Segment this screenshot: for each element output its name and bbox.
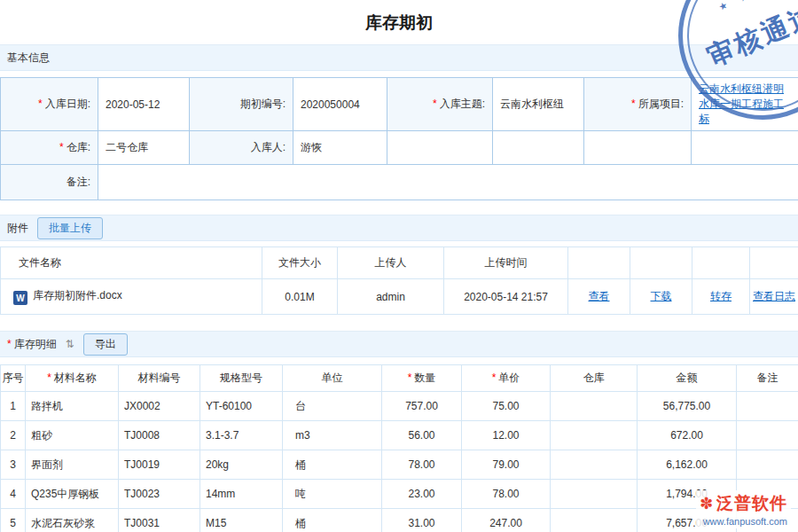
header-price: *单价: [462, 365, 551, 392]
field-value-ruku-person: 游恢: [293, 131, 387, 165]
cell-warehouse: [551, 392, 638, 421]
cell-spec: M15: [200, 509, 283, 532]
cell-material-code: TJ0031: [119, 509, 200, 532]
details-header-row: 序号 *材料名称 材料编号 规格型号 单位 *数量 *单价 仓库 金额 备注: [1, 365, 798, 392]
view-link[interactable]: 查看: [589, 290, 610, 302]
header-material-code: 材料编号: [119, 365, 200, 392]
word-file-icon: W: [13, 291, 27, 305]
cell-price: 79.00: [462, 450, 551, 480]
header-remark: 备注: [737, 365, 798, 392]
header-uploader: 上传人: [338, 247, 444, 279]
required-marker: *: [59, 141, 64, 153]
batch-upload-button[interactable]: 批量上传: [37, 217, 103, 239]
cell-spec: 3.1-3.7: [200, 421, 283, 450]
header-spec: 规格型号: [200, 365, 283, 392]
cell-remark: [737, 392, 798, 421]
header-action-empty: [692, 247, 750, 279]
table-row: 1 路拌机 JX0002 YT-60100 台 757.00 75.00 56,…: [1, 392, 798, 421]
cell-material-code: TJ0019: [119, 450, 200, 480]
table-row: 3 界面剂 TJ0019 20kg 桶 78.00 79.00 6,162.00: [1, 450, 798, 480]
form-row: 备注:: [1, 165, 798, 200]
cell-material-code: TJ0008: [119, 421, 200, 450]
header-qty: *数量: [382, 365, 462, 392]
cell-action: 查看日志: [750, 279, 798, 315]
brand-footer: ✽ 泛普软件 www.fanpusoft.com: [696, 490, 791, 528]
cell-remark: [737, 421, 798, 450]
cell-unit: 桶: [283, 509, 382, 532]
cell-seq: 1: [1, 392, 26, 421]
table-row: 5 水泥石灰砂浆 TJ0031 M15 桶 31.00 247.00 7,657…: [1, 509, 798, 532]
project-link[interactable]: 云南水利枢纽潜明水库一期工程施工标: [699, 82, 784, 125]
header-action-empty: [568, 247, 630, 279]
cell-price: 78.00: [462, 480, 551, 509]
cell-material-name: 水泥石灰砂浆: [26, 509, 119, 532]
cell-qty: 757.00: [382, 392, 462, 421]
brand-url: www.fanpusoft.com: [700, 516, 787, 527]
cell-material-name: 路拌机: [26, 392, 119, 421]
cell-material-name: 粗砂: [26, 421, 119, 450]
cell-remark: [737, 450, 798, 480]
cell-qty: 23.00: [382, 480, 462, 509]
label-text: 入库日期:: [45, 98, 90, 110]
cell-material-code: TJ0023: [119, 480, 200, 509]
label-text: 入库人:: [251, 141, 286, 153]
cell-spec: YT-60100: [200, 392, 283, 421]
empty-cell: [387, 131, 493, 165]
field-label-ruku-date: *入库日期:: [1, 78, 98, 131]
fanpu-logo-icon: ✽: [700, 494, 713, 513]
empty-cell: [692, 131, 798, 165]
cell-amount: 56,775.00: [638, 392, 737, 421]
field-value-qichu-no: 2020050004: [293, 78, 387, 131]
cell-qty: 78.00: [382, 450, 462, 480]
header-file-name: 文件名称: [1, 247, 262, 279]
cell-unit: 桶: [283, 450, 382, 480]
label-text: 所属项目:: [638, 98, 684, 110]
header-seq: 序号: [1, 365, 26, 392]
basic-info-table: *入库日期: 2020-05-12 期初编号: 2020050004 *入库主题…: [0, 77, 798, 200]
required-marker: *: [408, 372, 412, 384]
cell-action: 查看: [568, 279, 630, 315]
field-value-project: 云南水利枢纽潜明水库一期工程施工标: [692, 78, 798, 131]
sort-icon[interactable]: ⇅: [66, 338, 74, 350]
required-marker: *: [631, 98, 636, 110]
section-title-text: 库存明细: [14, 338, 57, 350]
cell-upload-time: 2020-05-14 21:57: [444, 279, 568, 315]
header-material-name: *材料名称: [26, 365, 119, 392]
cell-action: 下载: [630, 279, 692, 315]
required-marker: *: [492, 372, 497, 384]
label-text: 入库主题:: [440, 98, 485, 110]
cell-warehouse: [551, 421, 638, 450]
header-text: 材料名称: [54, 372, 97, 384]
header-warehouse: 仓库: [551, 365, 638, 392]
header-action-empty: [630, 247, 692, 279]
header-upload-time: 上传时间: [444, 247, 568, 279]
attachment-row: W库存期初附件.docx 0.01M admin 2020-05-14 21:5…: [1, 279, 798, 315]
form-row: *入库日期: 2020-05-12 期初编号: 2020050004 *入库主题…: [1, 78, 798, 131]
cell-material-name: Q235中厚钢板: [26, 480, 119, 509]
field-label-warehouse: *仓库:: [1, 131, 98, 165]
field-label-qichu-no: 期初编号:: [190, 78, 293, 131]
export-button[interactable]: 导出: [83, 333, 128, 356]
field-label-ruku-person: 入库人:: [190, 131, 293, 165]
header-text: 数量: [414, 372, 435, 384]
transfer-link[interactable]: 转存: [710, 290, 732, 302]
cell-price: 12.00: [462, 421, 551, 450]
view-log-link[interactable]: 查看日志: [753, 290, 795, 302]
required-marker: *: [433, 98, 437, 110]
cell-qty: 56.00: [382, 421, 462, 450]
field-label-project: *所属项目:: [584, 78, 692, 131]
label-text: 仓库:: [66, 141, 90, 153]
cell-material-name: 界面剂: [26, 450, 119, 480]
attachments-header-row: 文件名称 文件大小 上传人 上传时间: [1, 247, 798, 279]
cell-qty: 31.00: [382, 509, 462, 532]
cell-amount: 6,162.00: [638, 450, 737, 480]
cell-action: 转存: [692, 279, 750, 315]
cell-seq: 5: [1, 509, 26, 532]
basic-info-section-title: 基本信息: [7, 51, 50, 66]
field-value-ruku-date: 2020-05-12: [98, 78, 190, 131]
field-label-remark: 备注:: [1, 165, 98, 200]
download-link[interactable]: 下载: [651, 290, 672, 302]
table-row: 2 粗砂 TJ0008 3.1-3.7 m3 56.00 12.00 672.0…: [1, 421, 798, 450]
field-label-ruku-subject: *入库主题:: [387, 78, 493, 131]
cell-warehouse: [551, 480, 638, 509]
